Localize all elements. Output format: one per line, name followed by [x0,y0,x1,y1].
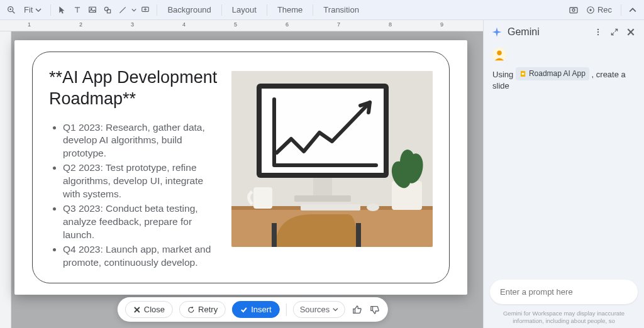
svg-rect-23 [313,178,332,195]
slides-file-icon [519,70,526,77]
slide-image-column [231,67,433,271]
canvas-area: 1 2 3 4 5 6 7 8 9 **AI App Development R… [0,20,483,328]
more-icon[interactable] [592,26,604,38]
slide-title: **AI App Development Roadmap** [49,67,219,110]
image-tool-icon[interactable] [86,4,99,16]
main-area: 1 2 3 4 5 6 7 8 9 **AI App Development R… [0,20,644,328]
shape-tool-icon[interactable] [101,4,114,16]
select-tool-icon[interactable] [56,4,69,16]
action-bar: Close Retry Insert Sources [118,297,388,322]
background-button[interactable]: Background [162,3,216,17]
svg-rect-32 [272,223,277,247]
file-chip[interactable]: Roadmap AI App [516,67,589,80]
svg-rect-26 [301,204,360,210]
side-panel-title: Gemini [508,26,587,38]
slide-text-column: **AI App Development Roadmap** Q1 2023: … [49,67,219,271]
using-text: Using [492,70,513,79]
slide-bullet: Q2 2023: Test prototype, refine algorith… [63,161,219,201]
rec-button[interactable]: Rec [582,4,616,16]
svg-rect-25 [253,187,272,209]
svg-point-31 [400,150,415,175]
svg-point-27 [367,204,379,211]
retry-label: Retry [198,305,218,314]
slide-frame: **AI App Development Roadmap** Q1 2023: … [32,52,450,283]
sources-label: Sources [300,305,330,314]
slide-preview: **AI App Development Roadmap** Q1 2023: … [14,40,467,295]
slide-bullets: Q1 2023: Research, gather data, develop … [49,121,219,271]
disclaimer-text: Gemini for Workspace may display inaccur… [490,310,638,324]
canvas-inner: **AI App Development Roadmap** Q1 2023: … [11,31,483,328]
svg-rect-33 [356,223,361,247]
zoom-in-icon[interactable] [5,4,18,16]
collapse-icon[interactable] [626,4,639,16]
svg-point-8 [105,7,109,11]
capture-icon[interactable] [567,4,580,16]
side-panel-header: Gemini [484,20,644,44]
comment-icon[interactable] [139,4,152,16]
sources-button[interactable]: Sources [293,301,345,318]
line-tool-icon[interactable] [116,4,129,16]
svg-point-15 [572,9,575,11]
retry-button[interactable]: Retry [179,301,226,318]
svg-rect-22 [262,89,384,173]
zoom-label: Fit [24,5,33,14]
slide-bullet: Q4 2023: Launch app, market and promote,… [63,243,219,270]
svg-line-10 [120,7,126,13]
svg-point-42 [497,51,501,55]
svg-point-37 [597,31,599,33]
prompt-input[interactable] [490,280,638,304]
svg-rect-24 [294,195,351,202]
close-panel-icon[interactable] [625,26,636,38]
insert-label: Insert [251,305,272,314]
slide-bullet: Q1 2023: Research, gather data, develop … [63,121,219,161]
transition-button[interactable]: Transition [318,3,364,17]
toolbar: Fit Background Layout Theme Transition R… [0,0,644,20]
svg-rect-14 [570,8,577,13]
rec-label: Rec [597,5,612,14]
layout-button[interactable]: Layout [227,3,262,17]
svg-point-36 [597,29,599,30]
ruler-vertical [0,31,11,328]
slide-bullet: Q3 2023: Conduct beta testing, analyze f… [63,202,219,242]
side-panel-body: Using Roadmap AI App , create a slide Ge… [484,44,644,328]
close-button[interactable]: Close [125,301,173,318]
gemini-logo-icon [491,26,502,38]
slide-image [231,71,433,247]
svg-rect-6 [89,7,96,12]
zoom-select[interactable]: Fit [20,4,45,16]
user-avatar [492,48,506,62]
prompt-display: Using Roadmap AI App , create a slide [492,67,635,92]
prompt-input-wrap [490,280,638,304]
gemini-side-panel: Gemini Using Roadmap AI App , create a s… [483,20,644,328]
svg-point-17 [589,9,592,11]
insert-button[interactable]: Insert [232,301,280,318]
text-tool-icon[interactable] [71,4,84,16]
thumbs-down-icon[interactable] [369,304,380,315]
theme-button[interactable]: Theme [272,3,308,17]
chip-label: Roadmap AI App [529,68,586,79]
svg-rect-44 [522,73,525,75]
svg-line-1 [13,11,14,13]
svg-point-38 [597,34,599,35]
expand-icon[interactable] [609,26,620,38]
ruler-horizontal: 1 2 3 4 5 6 7 8 9 [0,20,483,31]
close-label: Close [144,305,165,314]
thumbs-up-icon[interactable] [351,304,362,315]
line-dropdown-icon[interactable] [131,8,136,13]
